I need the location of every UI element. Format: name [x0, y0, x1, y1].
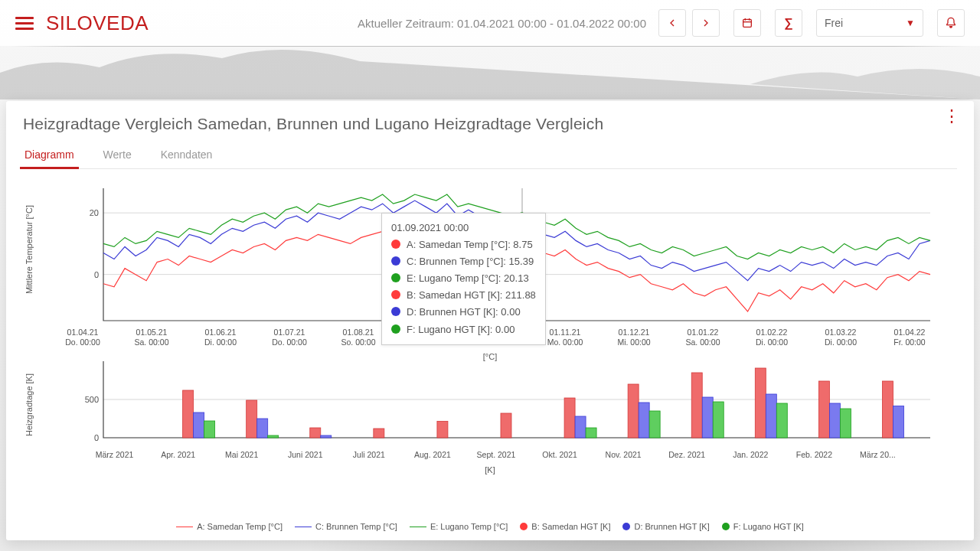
legend-item[interactable]: B: Samedan HGT [K] [520, 522, 610, 531]
svg-rect-19 [310, 428, 321, 438]
xaxis-tick: Dez. 2021 [660, 450, 714, 459]
svg-rect-21 [374, 429, 384, 438]
xaxis-tick: Mai 2021 [215, 450, 269, 459]
svg-rect-35 [776, 403, 787, 438]
tooltip-title: 01.09.2021 00:00 [391, 220, 536, 236]
tab-diagramm[interactable]: Diagramm [23, 142, 76, 168]
svg-rect-27 [628, 384, 639, 438]
xaxis-tick: Jan. 2022 [724, 450, 777, 459]
xaxis-tick: 01.06.21Di. 00:00 [194, 328, 247, 347]
xaxis-tick: Juni 2021 [279, 450, 332, 459]
svg-text:0: 0 [94, 433, 99, 442]
svg-rect-25 [575, 416, 586, 438]
svg-rect-39 [882, 381, 893, 438]
xaxis-tick: 01.03.22Di. 00:00 [814, 328, 867, 347]
card-options-button[interactable]: ⋮ [943, 113, 960, 120]
next-range-button[interactable] [692, 9, 720, 37]
svg-text:500: 500 [85, 395, 99, 404]
xaxis-tick: Nov. 2021 [596, 450, 650, 459]
tab-kenndaten[interactable]: Kenndaten [159, 142, 214, 168]
legend-item[interactable]: D: Brunnen HGT [K] [622, 522, 709, 531]
svg-rect-38 [840, 409, 851, 438]
xaxis-tick: Apr. 2021 [152, 450, 205, 459]
svg-rect-30 [691, 373, 702, 438]
xaxis-tick: 01.01.22Sa. 00:00 [676, 328, 730, 347]
xaxis-tick: 01.05.21Sa. 00:00 [125, 328, 178, 347]
xaxis-tick: 01.04.22Fr. 00:00 [883, 328, 936, 347]
legend-item[interactable]: F: Lugano HGT [K] [722, 522, 804, 531]
xaxis-tick: 01.02.22Di. 00:00 [745, 328, 799, 347]
chevron-down-icon: ▼ [906, 18, 915, 28]
prev-range-button[interactable] [658, 9, 686, 37]
svg-rect-31 [702, 397, 713, 438]
svg-rect-33 [755, 368, 766, 438]
sigma-icon: ∑ [784, 16, 792, 30]
xaxis-label-bottom: [K] [485, 465, 495, 474]
svg-rect-34 [766, 394, 776, 438]
mode-select[interactable]: Frei ▼ [816, 9, 923, 37]
calendar-button[interactable] [733, 9, 761, 37]
menu-button[interactable] [15, 17, 34, 30]
chart-tooltip: 01.09.2021 00:00 A: Samedan Temp [°C]: 8… [381, 213, 546, 345]
svg-rect-36 [818, 381, 829, 438]
xaxis-tick: März 20... [851, 450, 904, 459]
xaxis-tick: Feb. 2022 [787, 450, 841, 459]
legend-item[interactable]: A: Samedan Temp [°C] [176, 522, 283, 531]
xaxis-tick: 01.12.21Mi. 00:00 [607, 328, 661, 347]
svg-rect-15 [204, 421, 215, 438]
xaxis-tick: Juli 2021 [342, 450, 396, 459]
chart-legend: A: Samedan Temp [°C]C: Brunnen Temp [°C]… [6, 522, 974, 531]
svg-rect-14 [194, 412, 204, 438]
legend-item[interactable]: C: Brunnen Temp [°C] [295, 522, 397, 531]
mode-select-value: Frei [825, 17, 843, 29]
svg-rect-40 [893, 406, 903, 439]
xaxis-tick: Aug. 2021 [406, 450, 459, 459]
sigma-button[interactable]: ∑ [775, 9, 802, 37]
bar-chart[interactable]: 0500 [29, 358, 951, 448]
xaxis-tick: 01.11.21Mo. 00:00 [538, 328, 592, 347]
xaxis-tick: Okt. 2021 [533, 450, 586, 459]
time-range-display: Aktueller Zeitraum: 01.04.2021 00:00 - 0… [358, 17, 646, 30]
svg-rect-23 [501, 413, 511, 438]
xaxis-tick: März 2021 [88, 450, 142, 459]
card-title: Heizgradtage Vergleich Samedan, Brunnen … [23, 115, 957, 133]
svg-rect-28 [639, 403, 649, 438]
svg-rect-16 [247, 400, 257, 438]
svg-rect-22 [437, 422, 448, 439]
svg-rect-0 [743, 19, 752, 27]
notifications-button[interactable] [937, 9, 965, 37]
svg-text:0: 0 [94, 270, 99, 279]
svg-rect-37 [829, 403, 840, 438]
xaxis-tick: 01.04.21Do. 00:00 [56, 328, 109, 347]
tab-werte[interactable]: Werte [102, 142, 133, 168]
svg-rect-17 [257, 419, 268, 438]
brand-logo: SILOVEDA [46, 11, 149, 35]
xaxis-tick: 01.08.21So. 00:00 [332, 328, 385, 347]
svg-rect-26 [586, 428, 596, 438]
svg-text:20: 20 [90, 208, 99, 217]
svg-rect-32 [713, 402, 724, 438]
more-icon: ⋮ [943, 113, 960, 120]
xaxis-tick: 01.07.21Do. 00:00 [263, 328, 316, 347]
svg-rect-24 [564, 398, 575, 438]
svg-rect-20 [321, 435, 332, 438]
svg-rect-18 [268, 435, 279, 438]
legend-item[interactable]: E: Lugano Temp [°C] [410, 522, 508, 531]
svg-rect-13 [183, 390, 194, 438]
svg-rect-29 [649, 411, 660, 438]
xaxis-tick: Sept. 2021 [469, 450, 523, 459]
